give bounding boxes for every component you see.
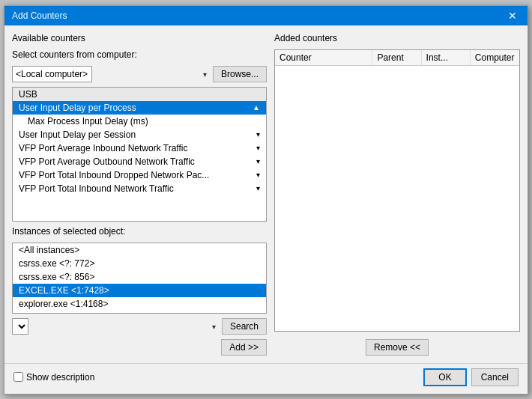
instances-list[interactable]: <All instances>csrss.exe <?: 772>csrss.e… — [12, 243, 267, 314]
remove-row: Remove << — [274, 339, 520, 356]
available-counters-label: Available counters — [12, 33, 267, 43]
right-panel: Added counters CounterParentInst...Compu… — [274, 33, 520, 356]
counter-item[interactable]: VFP Port Average Outbound Network Traffi… — [13, 155, 266, 168]
added-counters-label: Added counters — [274, 33, 520, 43]
instance-item[interactable]: <All instances> — [13, 243, 266, 257]
table-header-cell: Inst... — [422, 50, 471, 65]
counters-list[interactable]: USBUser Input Delay per Process▲Max Proc… — [12, 87, 267, 222]
dialog-title: Add Counters — [12, 10, 67, 21]
search-row: Search — [12, 318, 267, 335]
table-header-cell: Parent — [372, 50, 421, 65]
table-header-cell: Counter — [275, 50, 372, 65]
counter-item[interactable]: USB — [13, 88, 266, 101]
instance-item[interactable]: explorer.exe <1:4168> — [13, 297, 266, 311]
dialog-body: Available counters Select counters from … — [4, 25, 528, 363]
search-select-wrapper — [12, 318, 219, 335]
title-bar: Add Counters ✕ — [4, 6, 528, 25]
left-panel: Available counters Select counters from … — [12, 33, 267, 356]
search-button[interactable]: Search — [222, 318, 267, 335]
show-description-label: Show description — [26, 372, 94, 383]
show-description-row: Show description — [13, 372, 94, 383]
instance-item[interactable]: csrss.exe <?: 772> — [13, 257, 266, 270]
add-counters-dialog: Add Counters ✕ Available counters Select… — [4, 5, 528, 395]
counter-item[interactable]: User Input Delay per Process▲ — [13, 101, 266, 115]
added-counters-table: CounterParentInst...Computer — [274, 49, 520, 332]
instances-label: Instances of selected object: — [12, 226, 267, 237]
counter-item[interactable]: VFP Port Total Inbound Dropped Network P… — [13, 168, 266, 182]
table-header: CounterParentInst...Computer — [275, 50, 519, 66]
computer-row: <Local computer> Browse... — [12, 66, 267, 82]
close-button[interactable]: ✕ — [505, 10, 520, 21]
cancel-button[interactable]: Cancel — [471, 368, 519, 386]
add-row: Add >> — [12, 339, 267, 356]
instance-item[interactable]: EXCEL.EXE <1:7428> — [13, 284, 266, 297]
browse-button[interactable]: Browse... — [213, 66, 267, 82]
show-description-checkbox[interactable] — [13, 372, 23, 382]
search-select[interactable] — [12, 318, 28, 335]
remove-button[interactable]: Remove << — [366, 339, 429, 356]
counter-item[interactable]: User Input Delay per Session▾ — [13, 128, 266, 141]
computer-select[interactable]: <Local computer> — [12, 66, 92, 82]
computer-select-wrapper: <Local computer> — [12, 66, 210, 82]
computer-select-label: Select counters from computer: — [12, 49, 267, 60]
instance-item[interactable]: mmc.exe <1:10744> — [13, 311, 266, 314]
counter-item[interactable]: VFP Port Average Inbound Network Traffic… — [13, 141, 266, 155]
instance-item[interactable]: csrss.exe <?: 856> — [13, 270, 266, 284]
table-header-cell: Computer — [471, 50, 519, 65]
counter-item[interactable]: Max Process Input Delay (ms) — [13, 115, 266, 128]
dialog-footer: Show description OK Cancel — [4, 363, 528, 394]
counter-item[interactable]: VFP Port Total Inbound Network Traffic▾ — [13, 182, 266, 195]
ok-button[interactable]: OK — [423, 368, 466, 386]
footer-buttons: OK Cancel — [423, 368, 519, 386]
add-button[interactable]: Add >> — [221, 339, 267, 356]
